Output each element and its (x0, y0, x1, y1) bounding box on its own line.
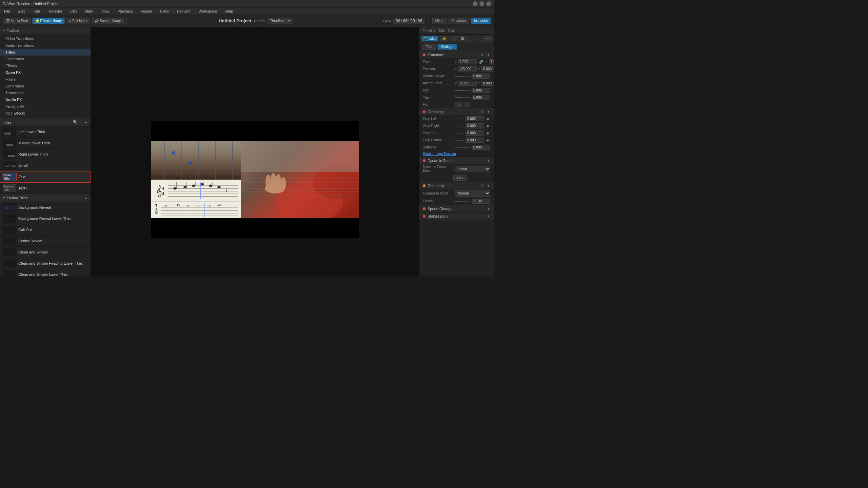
yaw-slider[interactable] (455, 97, 470, 98)
metadata-button[interactable]: Metadata (449, 18, 469, 24)
menu-timeline[interactable]: Timeline (47, 8, 63, 14)
inspector-tab-effects[interactable]: ✨ (440, 36, 448, 41)
cropping-reset[interactable]: ↺ (480, 109, 485, 114)
fusion-title-clean-lower[interactable]: Clean and Simple Lower Third (0, 269, 91, 277)
settings-tab-btn[interactable]: Settings (437, 44, 457, 50)
crop-top-slider[interactable] (455, 133, 464, 134)
menu-fairlight[interactable]: Fairlight (176, 8, 192, 14)
menu-file[interactable]: File (3, 8, 12, 14)
cropping-header[interactable]: Cropping ↺ ▾ (419, 108, 494, 115)
menu-edit[interactable]: Edit (17, 8, 26, 14)
dynamic-zoom-expand[interactable]: ▾ (487, 158, 490, 163)
inspector-tab-transition[interactable]: ↔ (450, 36, 457, 41)
composite-reset[interactable]: ↺ (480, 183, 485, 188)
pos-y-input[interactable] (481, 66, 494, 72)
toolbox-vst-effects[interactable]: VST Effects (0, 110, 91, 117)
menu-mark[interactable]: Mark (83, 8, 94, 14)
crop-left-key[interactable]: ◆ (486, 117, 490, 121)
toolbox-header[interactable]: ▼ Toolbox (0, 27, 91, 34)
composite-mode-select[interactable]: Normal (455, 190, 490, 197)
toolbox-filters[interactable]: Filters (0, 76, 91, 83)
fusion-title-center-reveal[interactable]: Center Reveal (0, 236, 91, 247)
search-icon[interactable]: 🔍 (73, 120, 78, 124)
media-pool-button[interactable]: 🎬 Media Pool (3, 18, 31, 24)
opacity-slider[interactable] (455, 201, 470, 202)
title-item-middle-lower-third[interactable]: Middle Lower Third (0, 138, 91, 149)
toolbox-video-transitions[interactable]: Video Transitions (0, 35, 91, 42)
dynamic-zoom-header[interactable]: Dynamic Zoom ▾ (419, 157, 494, 164)
stabilization-header[interactable]: Stabilization ▾ (419, 212, 494, 220)
inspector-button[interactable]: Inspector (471, 18, 491, 24)
anchor-y-input[interactable] (481, 81, 494, 86)
inspector-tab-video[interactable]: 🎬 Video (421, 36, 438, 41)
rotation-slider[interactable] (455, 76, 470, 77)
opacity-input[interactable] (472, 199, 490, 204)
title-item-text[interactable]: Basic Title Text (0, 171, 91, 183)
toolbox-transitions[interactable]: Transitions (0, 89, 91, 96)
fusion-collapse-icon[interactable]: ▲ (84, 196, 88, 200)
maximize-button[interactable] (479, 1, 484, 6)
pitch-slider[interactable] (455, 90, 470, 91)
anchor-x-input[interactable] (458, 81, 477, 86)
toolbox-generators[interactable]: Generators (0, 56, 91, 62)
speed-change-expand[interactable]: ▾ (487, 206, 490, 211)
speed-change-header[interactable]: Speed Change ▾ (419, 205, 494, 212)
zoom-x-input[interactable] (458, 59, 477, 64)
crop-left-slider[interactable] (455, 119, 464, 119)
dynamic-zoom-ease-select[interactable]: Linear (455, 166, 490, 172)
toolbox-titles[interactable]: Titles (0, 49, 91, 56)
pitch-input[interactable] (472, 88, 490, 93)
softness-input[interactable] (472, 145, 490, 150)
menu-workspace[interactable]: Workspace (197, 8, 219, 14)
yaw-input[interactable] (472, 95, 490, 100)
timeline-dropdown[interactable]: Timeline 1 ▾ (267, 18, 293, 24)
crop-bottom-key[interactable]: ◆ (486, 138, 490, 142)
crop-top-key[interactable]: ◆ (486, 131, 490, 135)
title-item-left-lower-third[interactable]: Left Lower Third (0, 126, 91, 138)
cropping-expand[interactable]: ▾ (487, 109, 490, 114)
fusion-title-clean-heading[interactable]: Clean and Simple Heading Lower Third (0, 258, 91, 269)
menu-trim[interactable]: Trim (32, 8, 42, 14)
menu-clip[interactable]: Clip (69, 8, 78, 14)
transform-expand[interactable]: ▾ (487, 53, 490, 57)
effects-library-button[interactable]: ⭐ Effects Library (32, 18, 65, 24)
close-button[interactable] (486, 1, 491, 6)
crop-right-slider[interactable] (455, 126, 464, 126)
fusion-title-clean-simple[interactable]: Clean and Simple (0, 247, 91, 258)
title-tab-btn[interactable]: Title (422, 44, 436, 50)
inspector-tab-image[interactable]: 🖼 (459, 36, 467, 41)
transform-reset[interactable]: ↺ (480, 53, 485, 57)
toolbox-open-fx[interactable]: Open FX (0, 69, 91, 76)
softness-slider[interactable] (455, 147, 470, 148)
fusion-title-call-out[interactable]: Call Out (0, 224, 91, 236)
stabilization-expand[interactable]: ▾ (487, 214, 490, 218)
edit-index-button[interactable]: ≡ Edit Index (66, 18, 90, 24)
crop-left-input[interactable] (466, 116, 484, 121)
zoom-link-icon[interactable]: 🔗 (478, 60, 484, 64)
collapse-icon[interactable]: ▲ (84, 120, 88, 124)
menu-color[interactable]: Color (159, 8, 170, 14)
title-item-scroll[interactable]: SCROLL Scroll (0, 160, 91, 171)
toolbox-effects[interactable]: Effects (0, 62, 91, 69)
rotation-input[interactable] (472, 74, 490, 79)
toolbox-audio-transitions[interactable]: Audio Transitions (0, 42, 91, 49)
titles-section-header[interactable]: Titles 🔍 ⋮ ▲ (0, 118, 91, 126)
fusion-title-background-reveal[interactable]: BG Background Reveal (0, 202, 91, 213)
crop-bottom-input[interactable] (466, 138, 484, 143)
fusion-titles-header[interactable]: ▼ Fusion Titles ▲ (0, 194, 91, 202)
menu-playback[interactable]: Playback (116, 8, 134, 14)
composite-header[interactable]: Composite ↺ ▾ (419, 182, 494, 189)
inspector-tab-more[interactable]: ⋯ (484, 36, 492, 41)
pos-x-input[interactable] (458, 66, 477, 72)
crop-right-input[interactable] (466, 123, 484, 128)
menu-view[interactable]: View (100, 8, 111, 14)
view-options-icon[interactable]: ⋮ (79, 120, 83, 124)
crop-right-key[interactable]: ◆ (486, 124, 490, 128)
composite-expand[interactable]: ▾ (487, 183, 490, 188)
zoom-y-input[interactable] (489, 59, 494, 64)
toolbox-audio-fx[interactable]: Audio FX (0, 96, 91, 103)
flip-h-btn[interactable]: ↔ (455, 102, 462, 107)
title-item-text-plus[interactable]: Custom Title Text+ (0, 183, 91, 194)
crop-top-input[interactable] (466, 130, 484, 136)
fusion-title-bg-reveal-lower[interactable]: Background Reveal Lower Third (0, 213, 91, 224)
